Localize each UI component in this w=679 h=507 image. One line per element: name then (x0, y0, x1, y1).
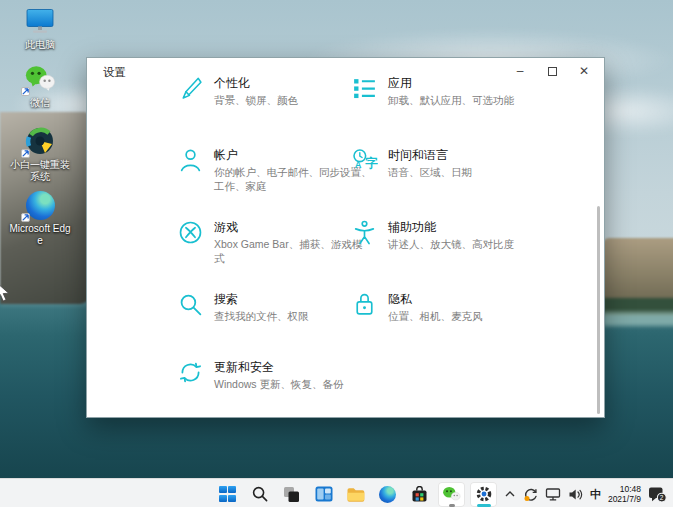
accounts-icon (175, 147, 205, 177)
tray-clock[interactable]: 10:48 2021/7/9 (608, 484, 641, 504)
category-title: 时间和语言 (388, 148, 546, 163)
folder-icon (346, 486, 365, 503)
screenshot-margin (673, 0, 679, 507)
shortcut-arrow-icon (21, 149, 30, 158)
category-title: 隐私 (388, 292, 546, 307)
settings-category-update-security[interactable]: 更新和安全 Windows 更新、恢复、备份 (175, 359, 385, 392)
active-indicator (477, 504, 491, 507)
widgets-icon (315, 486, 333, 502)
gaming-xbox-icon (175, 219, 205, 249)
mouse-cursor (0, 281, 11, 303)
shortcut-arrow-icon (21, 213, 30, 222)
settings-taskbar-button[interactable] (470, 482, 497, 507)
windows-logo-icon (219, 486, 236, 503)
category-desc: 卸载、默认应用、可选功能 (388, 94, 546, 108)
desktop-icon-label: 小白一键重装系统 (8, 159, 72, 182)
desktop-icon-this-pc[interactable]: 此电脑 (8, 6, 72, 51)
widgets-button[interactable] (310, 482, 337, 507)
desktop-icon-xiaobai[interactable]: 小白一键重装系统 (8, 126, 72, 182)
privacy-lock-icon (349, 291, 379, 321)
wallpaper-beach (603, 312, 679, 326)
svg-text:A: A (354, 160, 361, 170)
category-desc: 语音、区域、日期 (388, 166, 546, 180)
taskbar: 中 10:48 2021/7/9 2 (0, 478, 679, 507)
tray-sync-icon[interactable] (523, 487, 538, 502)
desktop-icon-edge[interactable]: Microsoft Edge (8, 190, 72, 246)
settings-category-ease-of-access[interactable]: 辅助功能 讲述人、放大镜、高对比度 (349, 219, 559, 252)
apps-icon (349, 75, 379, 105)
wallpaper-cliff-right (603, 238, 679, 304)
tray-time: 10:48 (608, 484, 641, 494)
store-icon (411, 486, 428, 503)
update-refresh-icon (175, 359, 205, 389)
desktop-icon-wechat[interactable]: 微信 (8, 64, 72, 109)
tray-date: 2021/7/9 (608, 494, 641, 504)
taskbar-search-button[interactable] (246, 482, 273, 507)
scrollbar[interactable] (597, 206, 600, 414)
tray-network-icon[interactable] (545, 487, 561, 501)
category-desc: 位置、相机、麦克风 (388, 310, 546, 324)
edge-icon (379, 486, 396, 503)
file-explorer-button[interactable] (342, 482, 369, 507)
notification-badge: 2 (660, 494, 664, 501)
settings-category-time-language[interactable]: A 字 时间和语言 语音、区域、日期 (349, 147, 559, 180)
close-button[interactable]: ✕ (568, 60, 600, 82)
running-indicator (449, 504, 455, 507)
time-language-icon: A 字 (349, 147, 379, 177)
notification-center-icon[interactable]: 2 (648, 486, 667, 503)
personalization-icon (175, 75, 205, 105)
task-view-icon (283, 486, 300, 503)
svg-text:字: 字 (365, 156, 378, 170)
tray-chevron-up-icon[interactable] (504, 489, 516, 499)
desktop: 此电脑 微信 (0, 0, 679, 507)
settings-gear-icon (475, 485, 493, 503)
search-category-icon (175, 291, 205, 321)
shortcut-arrow-icon (21, 87, 30, 96)
start-button[interactable] (214, 482, 241, 507)
category-desc: 讲述人、放大镜、高对比度 (388, 238, 546, 252)
search-icon (251, 485, 269, 503)
desktop-icon-label: 微信 (30, 97, 50, 109)
desktop-icon-label: 此电脑 (25, 39, 55, 51)
accessibility-icon (349, 219, 379, 249)
desktop-icon-label: Microsoft Edge (8, 223, 72, 246)
wechat-icon (442, 486, 461, 503)
task-view-button[interactable] (278, 482, 305, 507)
tray-volume-icon[interactable] (568, 488, 583, 501)
this-pc-icon (25, 8, 55, 35)
ime-indicator[interactable]: 中 (590, 487, 601, 502)
category-title: 更新和安全 (214, 360, 372, 375)
settings-window: 设置 – ✕ 个性化 背景、锁屏、颜色 (86, 57, 605, 418)
category-title: 辅助功能 (388, 220, 546, 235)
microsoft-store-button[interactable] (406, 482, 433, 507)
edge-taskbar-button[interactable] (374, 482, 401, 507)
wechat-taskbar-button[interactable] (438, 482, 465, 507)
category-title: 应用 (388, 76, 546, 91)
settings-category-privacy[interactable]: 隐私 位置、相机、麦克风 (349, 291, 559, 324)
window-title: 设置 (103, 65, 126, 80)
settings-category-apps[interactable]: 应用 卸载、默认应用、可选功能 (349, 75, 559, 108)
category-desc: Windows 更新、恢复、备份 (214, 378, 372, 392)
